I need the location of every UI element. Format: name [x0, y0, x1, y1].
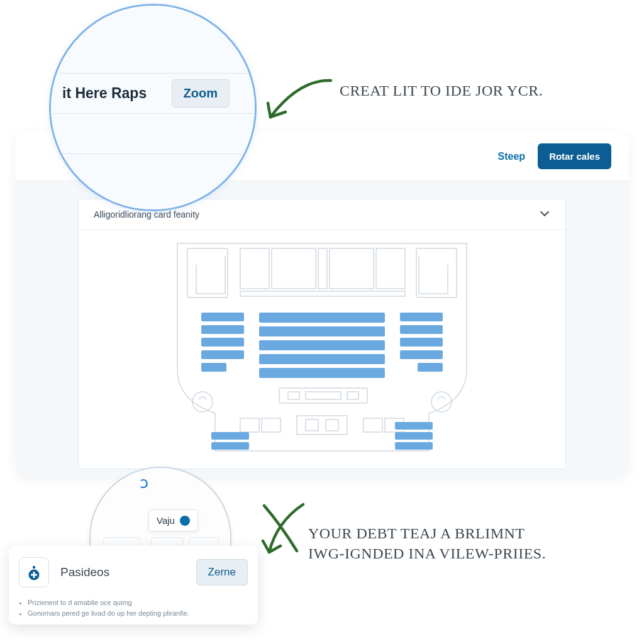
svg-rect-0: [187, 248, 228, 297]
svg-point-28: [431, 392, 452, 412]
popup-note-item: Gonomars pered ge livad do up her deptin…: [28, 608, 248, 619]
tooltip-pill-label: Vaju: [157, 515, 175, 526]
svg-rect-13: [259, 313, 385, 323]
svg-rect-19: [400, 325, 443, 334]
svg-rect-11: [201, 350, 244, 359]
svg-rect-17: [259, 368, 385, 378]
annotation-bottom-line1: YOUR DEBT TEAJ A BRLIMNT: [308, 525, 525, 541]
svg-rect-25: [306, 392, 341, 399]
magnified-title: it Here Raps: [62, 85, 147, 102]
svg-rect-8: [201, 313, 244, 321]
svg-rect-9: [201, 325, 244, 334]
svg-rect-29: [240, 418, 259, 432]
svg-rect-30: [262, 418, 280, 432]
svg-rect-5: [330, 248, 374, 289]
svg-rect-3: [272, 248, 316, 289]
zerne-button[interactable]: Zerne: [196, 559, 248, 586]
svg-rect-7: [240, 291, 405, 296]
popup-note-item: Prizienent to d amablie oce quimg: [28, 597, 248, 608]
svg-rect-2: [240, 248, 269, 289]
svg-rect-20: [400, 338, 443, 347]
svg-rect-37: [211, 442, 249, 450]
primary-action-button[interactable]: Rotar cales: [538, 143, 611, 169]
svg-rect-39: [395, 442, 433, 450]
magnifier-top: it Here Raps Zoom: [49, 4, 257, 211]
arrow-bottom-icon: [252, 497, 314, 560]
svg-rect-31: [297, 416, 347, 435]
seating-map[interactable]: [79, 233, 565, 469]
popup-title: Pasideos: [60, 565, 185, 579]
tooltip-pill[interactable]: Vaju: [148, 509, 198, 531]
svg-rect-24: [288, 392, 299, 399]
svg-rect-1: [416, 248, 457, 297]
decor-letter: ɔ: [140, 473, 148, 492]
svg-rect-21: [400, 350, 443, 359]
svg-rect-16: [259, 354, 385, 364]
popup-notes: Prizienent to d amablie oce quimg Gonoma…: [19, 597, 248, 618]
svg-rect-26: [347, 392, 358, 399]
svg-point-27: [192, 392, 213, 412]
svg-rect-18: [400, 313, 443, 321]
info-dot-icon: [180, 516, 190, 526]
arrow-top-icon: [255, 68, 337, 131]
svg-rect-34: [364, 418, 382, 432]
svg-rect-12: [201, 363, 226, 372]
svg-rect-38: [395, 432, 433, 440]
annotation-bottom-line2: IWG-IGNDED INA VILEW-PRIIES.: [308, 545, 546, 562]
svg-rect-36: [211, 432, 249, 440]
svg-rect-15: [259, 340, 385, 350]
seating-panel: Alligoridliorang card feanity: [78, 199, 566, 469]
svg-point-41: [33, 566, 35, 569]
svg-rect-44: [31, 574, 37, 576]
svg-rect-14: [259, 326, 385, 336]
svg-rect-10: [201, 338, 244, 347]
chevron-down-icon: [541, 210, 550, 219]
steep-link[interactable]: Steep: [498, 151, 526, 162]
svg-rect-22: [418, 363, 443, 372]
svg-rect-6: [376, 248, 405, 289]
annotation-bottom: YOUR DEBT TEAJ A BRLIMNT IWG-IGNDED INA …: [308, 523, 623, 564]
popup-card: Pasideos Zerne Prizienent to d amablie o…: [9, 546, 258, 625]
svg-rect-40: [395, 422, 433, 430]
svg-rect-33: [326, 419, 338, 431]
svg-rect-23: [279, 388, 367, 403]
svg-rect-32: [306, 419, 318, 431]
zoom-button[interactable]: Zoom: [172, 79, 230, 108]
add-person-icon: [19, 557, 49, 587]
annotation-top: CREAT LIT TO IDE JOR YCR.: [340, 80, 543, 101]
svg-rect-4: [318, 248, 327, 289]
